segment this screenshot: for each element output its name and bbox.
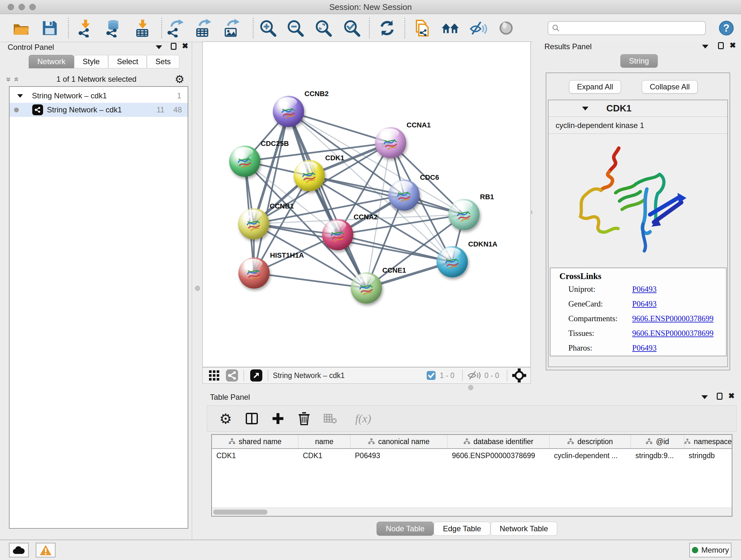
compartments-link[interactable]: 9606.ENSP00000378699 [632,314,714,323]
first-neighbors-button[interactable] [441,18,460,38]
node-cdc25b[interactable] [229,145,260,177]
float-panel-button[interactable] [717,393,723,400]
hidden-eye-icon[interactable] [467,370,481,381]
import-network-file-button[interactable] [76,18,95,38]
help-button[interactable]: ? [717,18,736,38]
cell-name[interactable]: CDK1 [298,449,350,462]
open-in-window-icon[interactable] [249,368,263,382]
network-options-gear-icon[interactable]: ⚙ [175,73,185,85]
cell-description[interactable]: cyclin-dependent ... [549,449,631,462]
column-header[interactable]: shared name [212,435,298,448]
node-ccna1[interactable] [375,127,406,159]
collapse-panel-icon[interactable] [701,395,708,399]
node-cdkn1a[interactable] [436,246,468,277]
collapse-panel-icon[interactable] [702,45,709,49]
cell-canonical-name[interactable]: P06493 [350,449,448,462]
tab-node-table[interactable]: Node Table [377,522,434,536]
zoom-selected-button[interactable] [342,18,361,38]
zoom-out-button[interactable] [286,18,305,38]
node-ccna2[interactable] [322,219,353,250]
collapse-all-icon[interactable]: » [11,77,21,81]
collapse-all-button[interactable]: Collapse All [642,80,697,94]
show-columns-icon[interactable] [244,411,259,426]
zoom-fit-button[interactable] [314,18,333,38]
column-header[interactable]: name [298,435,350,448]
search-input[interactable] [560,24,697,32]
selected-checkbox-icon[interactable] [426,370,436,381]
add-column-icon[interactable] [270,411,286,426]
column-header[interactable]: database identifier [448,435,549,448]
network-view[interactable]: CCNB2CCNA1CDC25BCDK1CDC6RB1CCNB1CCNA2CDK… [202,42,531,367]
column-header[interactable]: description [549,435,631,448]
node-ccnb2[interactable] [273,96,304,127]
tab-style[interactable]: Style [74,55,108,68]
search-field[interactable] [548,21,706,35]
float-panel-button[interactable] [171,43,177,50]
horizontal-scrollbar[interactable] [212,508,732,516]
pharos-link[interactable]: P06493 [632,344,657,353]
network-collection-row[interactable]: String Network – cdk1 1 [10,89,188,103]
network-row[interactable]: String Network – cdk1 11 48 [10,103,188,117]
export-network-button[interactable] [165,18,185,38]
grid-view-icon[interactable] [208,369,220,382]
save-session-button[interactable] [40,18,59,38]
horizontal-splitter-handle[interactable] [468,385,473,390]
table-row[interactable]: CDK1 CDK1 P06493 9606.ENSP00000378699 cy… [212,449,732,462]
cell-id[interactable]: stringdb:9... [631,449,684,462]
node-ccnb1[interactable] [238,208,269,240]
edge-ccnb2-ccne1[interactable] [288,111,366,288]
tissues-link[interactable]: 9606.ENSP00000378699 [632,329,714,338]
column-header[interactable]: canonical name [350,435,448,448]
column-header[interactable]: namespace [684,435,732,448]
table-options-gear-icon[interactable]: ⚙ [218,411,233,426]
import-table-file-button[interactable] [133,18,152,38]
tab-network-table[interactable]: Network Table [490,522,557,536]
zoom-in-button[interactable] [259,18,278,38]
tab-select[interactable]: Select [108,55,147,68]
clone-network-button[interactable] [412,18,431,38]
node-rb1[interactable] [448,199,480,230]
delete-column-icon[interactable] [296,411,312,426]
export-image-button[interactable] [221,18,241,38]
section-caret-icon[interactable] [582,107,589,111]
highlight-eye-button[interactable] [496,18,516,38]
edge-hist1h1a-ccne1[interactable] [254,273,366,288]
node-ccne1[interactable] [351,272,382,304]
network-share-view-icon[interactable] [225,368,239,382]
gene-section-header[interactable]: CDK1 [549,100,727,117]
close-panel-button[interactable]: ✖ [728,391,735,400]
cell-namespace[interactable]: stringdb [684,449,732,462]
show-hide-graphics-button[interactable] [469,18,488,38]
memory-button[interactable]: Memory [689,543,731,557]
genecard-link[interactable]: P06493 [632,300,657,308]
collection-caret-icon[interactable] [17,94,23,98]
warning-status-button[interactable] [36,543,56,557]
collapse-panel-icon[interactable] [156,45,162,49]
export-table-button[interactable] [193,18,212,38]
expand-all-button[interactable]: Expand All [569,80,621,94]
close-panel-button[interactable]: ✖ [730,41,736,50]
node-cdk1[interactable] [293,160,325,191]
function-builder-icon[interactable]: f(x) [349,411,378,426]
vertical-splitter-handle[interactable] [195,286,200,291]
tab-sets[interactable]: Sets [147,55,179,68]
cloud-status-button[interactable] [9,543,29,557]
cell-database-identifier[interactable]: 9606.ENSP00000378699 [448,449,549,462]
uniprot-link[interactable]: P06493 [632,285,657,294]
scrollbar-thumb[interactable] [213,509,267,515]
column-header[interactable]: @id [631,435,684,448]
tab-network[interactable]: Network [29,55,74,68]
tab-string[interactable]: String [620,54,658,68]
close-panel-button[interactable]: ✖ [182,42,188,50]
cell-shared-name[interactable]: CDK1 [212,449,298,462]
birds-eye-view-icon[interactable] [512,368,527,383]
refresh-button[interactable] [378,18,397,38]
node-cdc6[interactable] [388,179,420,211]
import-network-database-button[interactable] [104,18,123,38]
delete-table-icon[interactable] [323,411,338,426]
open-session-button[interactable] [11,18,30,38]
node-hist1h1a[interactable] [239,257,270,289]
network-canvas[interactable]: CCNB2CCNA1CDC25BCDK1CDC6RB1CCNB1CCNA2CDK… [203,42,530,367]
float-panel-button[interactable] [718,42,724,49]
tab-edge-table[interactable]: Edge Table [434,522,490,536]
